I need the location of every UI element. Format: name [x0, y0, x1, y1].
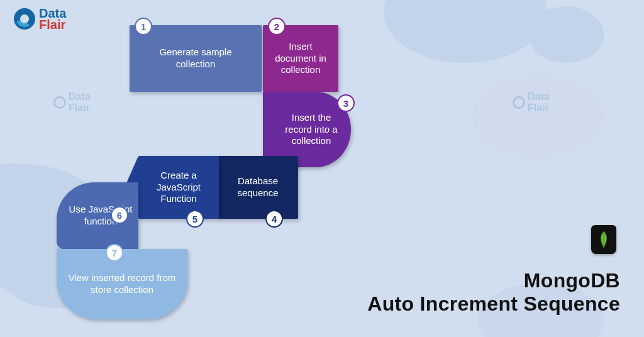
cloud-decoration — [384, 0, 547, 63]
step-4-badge: 4 — [265, 210, 283, 228]
watermark-logo: DataFlair — [53, 91, 91, 114]
step-2-box: Insert document in collection — [263, 25, 338, 92]
step-4-label: Database sequence — [228, 175, 288, 199]
step-6-badge: 6 — [111, 206, 128, 224]
title-line-1: MongoDB — [367, 269, 620, 292]
step-5-box: Create a JavaScript Function — [138, 156, 219, 219]
logo-word-2: Flair — [39, 19, 66, 30]
title-line-2: Auto Increment Sequence — [367, 292, 620, 316]
step-2-badge: 2 — [268, 18, 286, 35]
step-1-box: Generate sample collection — [130, 25, 262, 92]
cloud-decoration — [472, 75, 604, 157]
step-7-badge: 7 — [106, 244, 123, 262]
cloud-decoration — [528, 6, 604, 63]
step-5-label: Create a JavaScript Function — [148, 170, 209, 205]
step-3-label: Insert the record into a collection — [282, 112, 341, 147]
mongodb-shield-icon — [591, 225, 616, 254]
step-1-badge: 1 — [135, 18, 152, 35]
step-7-label: View inserted record from store collecti… — [67, 272, 177, 296]
step-3-badge: 3 — [337, 94, 355, 112]
step-7-box: View inserted record from store collecti… — [57, 249, 187, 319]
dataflair-logo-text: Data Flair — [39, 8, 66, 30]
diagram-title: MongoDB Auto Increment Sequence — [367, 269, 620, 316]
step-1-label: Generate sample collection — [140, 47, 252, 70]
dataflair-logo: Data Flair — [14, 8, 66, 30]
dataflair-logo-mark — [14, 8, 35, 30]
step-2-label: Insert document in collection — [273, 41, 328, 76]
step-4-box: Database sequence — [218, 156, 298, 219]
mongodb-leaf-icon — [596, 231, 611, 248]
watermark-logo: DataFlair — [513, 91, 550, 114]
step-5-badge: 5 — [186, 210, 204, 228]
